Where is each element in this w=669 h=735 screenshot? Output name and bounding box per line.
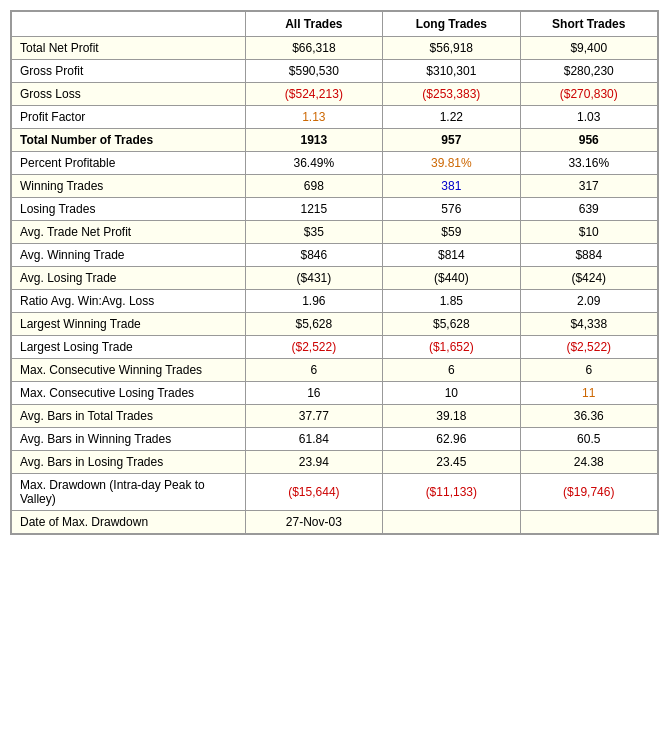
cell-all-trades: $66,318 <box>245 37 382 60</box>
cell-short-trades: ($19,746) <box>520 474 657 511</box>
table-row: Avg. Bars in Winning Trades61.8462.9660.… <box>12 428 658 451</box>
cell-long-trades: 23.45 <box>383 451 520 474</box>
cell-short-trades: 11 <box>520 382 657 405</box>
row-label: Avg. Trade Net Profit <box>12 221 246 244</box>
cell-all-trades: 1.96 <box>245 290 382 313</box>
cell-short-trades: 2.09 <box>520 290 657 313</box>
cell-short-trades: 60.5 <box>520 428 657 451</box>
cell-long-trades: 10 <box>383 382 520 405</box>
row-label: Ratio Avg. Win:Avg. Loss <box>12 290 246 313</box>
cell-all-trades: 698 <box>245 175 382 198</box>
trading-stats-table: All Trades Long Trades Short Trades Tota… <box>10 10 659 535</box>
row-label: Avg. Bars in Total Trades <box>12 405 246 428</box>
table-row: Avg. Losing Trade($431)($440)($424) <box>12 267 658 290</box>
cell-long-trades: 1.22 <box>383 106 520 129</box>
row-label: Max. Consecutive Losing Trades <box>12 382 246 405</box>
cell-short-trades: 36.36 <box>520 405 657 428</box>
cell-all-trades: 1.13 <box>245 106 382 129</box>
cell-short-trades: $9,400 <box>520 37 657 60</box>
cell-all-trades: 16 <box>245 382 382 405</box>
cell-long-trades: 576 <box>383 198 520 221</box>
cell-all-trades: 37.77 <box>245 405 382 428</box>
cell-short-trades <box>520 511 657 534</box>
table-row: Gross Profit$590,530$310,301$280,230 <box>12 60 658 83</box>
row-label: Avg. Losing Trade <box>12 267 246 290</box>
cell-long-trades: 39.18 <box>383 405 520 428</box>
row-label: Percent Profitable <box>12 152 246 175</box>
cell-short-trades: ($2,522) <box>520 336 657 359</box>
table-row: Total Net Profit$66,318$56,918$9,400 <box>12 37 658 60</box>
cell-long-trades: 381 <box>383 175 520 198</box>
cell-long-trades: ($440) <box>383 267 520 290</box>
cell-short-trades: 33.16% <box>520 152 657 175</box>
table-row: Winning Trades698381317 <box>12 175 658 198</box>
cell-short-trades: 317 <box>520 175 657 198</box>
cell-all-trades: 27-Nov-03 <box>245 511 382 534</box>
cell-short-trades: 1.03 <box>520 106 657 129</box>
table-row: Largest Losing Trade($2,522)($1,652)($2,… <box>12 336 658 359</box>
cell-all-trades: ($524,213) <box>245 83 382 106</box>
row-label: Losing Trades <box>12 198 246 221</box>
cell-short-trades: $4,338 <box>520 313 657 336</box>
row-label: Avg. Winning Trade <box>12 244 246 267</box>
cell-all-trades: 1913 <box>245 129 382 152</box>
row-label: Winning Trades <box>12 175 246 198</box>
cell-long-trades: $814 <box>383 244 520 267</box>
cell-all-trades: ($2,522) <box>245 336 382 359</box>
row-label: Max. Consecutive Winning Trades <box>12 359 246 382</box>
header-short-trades: Short Trades <box>520 12 657 37</box>
cell-short-trades: ($424) <box>520 267 657 290</box>
table-row: Max. Drawdown (Intra-day Peak to Valley)… <box>12 474 658 511</box>
row-label: Largest Winning Trade <box>12 313 246 336</box>
row-label: Profit Factor <box>12 106 246 129</box>
table-row: Max. Consecutive Winning Trades666 <box>12 359 658 382</box>
cell-all-trades: $846 <box>245 244 382 267</box>
cell-short-trades: $10 <box>520 221 657 244</box>
cell-short-trades: 956 <box>520 129 657 152</box>
table-row: Losing Trades1215576639 <box>12 198 658 221</box>
cell-short-trades: $884 <box>520 244 657 267</box>
cell-short-trades: ($270,830) <box>520 83 657 106</box>
cell-all-trades: $590,530 <box>245 60 382 83</box>
row-label: Avg. Bars in Winning Trades <box>12 428 246 451</box>
cell-short-trades: 24.38 <box>520 451 657 474</box>
table-row: Max. Consecutive Losing Trades161011 <box>12 382 658 405</box>
cell-short-trades: 639 <box>520 198 657 221</box>
row-label: Date of Max. Drawdown <box>12 511 246 534</box>
cell-long-trades: 39.81% <box>383 152 520 175</box>
table-row: Gross Loss($524,213)($253,383)($270,830) <box>12 83 658 106</box>
header-long-trades: Long Trades <box>383 12 520 37</box>
table-row: Avg. Bars in Losing Trades23.9423.4524.3… <box>12 451 658 474</box>
table-header-row: All Trades Long Trades Short Trades <box>12 12 658 37</box>
cell-long-trades: 62.96 <box>383 428 520 451</box>
cell-long-trades: $56,918 <box>383 37 520 60</box>
cell-all-trades: 1215 <box>245 198 382 221</box>
table-row: Ratio Avg. Win:Avg. Loss1.961.852.09 <box>12 290 658 313</box>
cell-all-trades: $5,628 <box>245 313 382 336</box>
table-row: Largest Winning Trade$5,628$5,628$4,338 <box>12 313 658 336</box>
cell-long-trades: $5,628 <box>383 313 520 336</box>
cell-long-trades: $310,301 <box>383 60 520 83</box>
table-row: Avg. Trade Net Profit$35$59$10 <box>12 221 658 244</box>
cell-long-trades: 1.85 <box>383 290 520 313</box>
table-row: Date of Max. Drawdown27-Nov-03 <box>12 511 658 534</box>
table-row: Avg. Bars in Total Trades37.7739.1836.36 <box>12 405 658 428</box>
row-label: Avg. Bars in Losing Trades <box>12 451 246 474</box>
cell-long-trades: ($1,652) <box>383 336 520 359</box>
cell-all-trades: 61.84 <box>245 428 382 451</box>
table-row: Percent Profitable36.49%39.81%33.16% <box>12 152 658 175</box>
row-label: Max. Drawdown (Intra-day Peak to Valley) <box>12 474 246 511</box>
row-label: Total Number of Trades <box>12 129 246 152</box>
cell-short-trades: 6 <box>520 359 657 382</box>
cell-all-trades: 23.94 <box>245 451 382 474</box>
cell-all-trades: 6 <box>245 359 382 382</box>
table-row: Total Number of Trades1913957956 <box>12 129 658 152</box>
cell-long-trades <box>383 511 520 534</box>
cell-all-trades: ($431) <box>245 267 382 290</box>
row-label: Gross Loss <box>12 83 246 106</box>
row-label: Largest Losing Trade <box>12 336 246 359</box>
cell-long-trades: ($253,383) <box>383 83 520 106</box>
row-label: Gross Profit <box>12 60 246 83</box>
header-all-trades: All Trades <box>245 12 382 37</box>
cell-all-trades: 36.49% <box>245 152 382 175</box>
